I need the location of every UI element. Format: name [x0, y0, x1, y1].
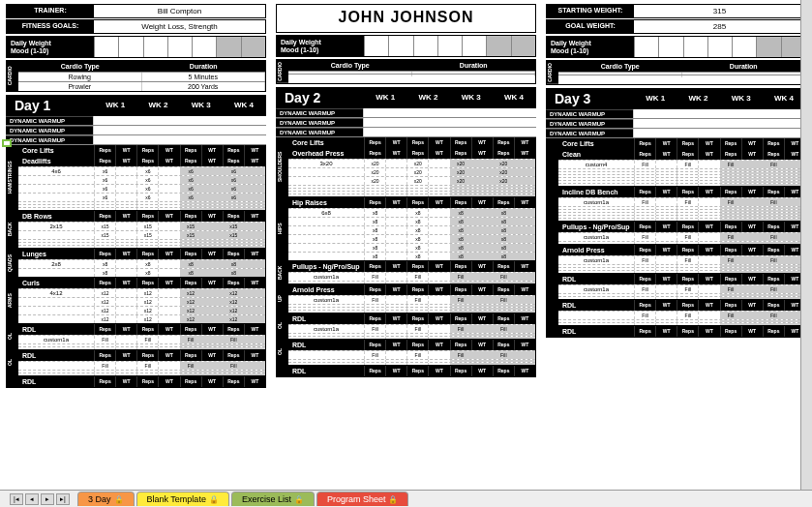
reps-cell[interactable] [763, 172, 784, 174]
wt-cell[interactable] [158, 202, 179, 204]
reps-cell[interactable]: x6 [223, 194, 244, 201]
wt-cell[interactable] [655, 242, 677, 244]
wt-cell[interactable] [655, 210, 677, 212]
wt-cell[interactable] [514, 209, 535, 217]
wt-cell[interactable] [698, 175, 719, 177]
reps-cell[interactable] [634, 184, 655, 186]
wt-cell[interactable] [158, 176, 179, 184]
cardio-row[interactable] [288, 71, 535, 74]
reps-cell[interactable] [634, 271, 655, 273]
exercise-name[interactable] [18, 371, 94, 373]
reps-cell[interactable]: x8 [406, 226, 428, 234]
reps-cell[interactable] [406, 186, 428, 188]
reps-cell[interactable]: x12 [180, 289, 201, 297]
reps-cell[interactable]: x8 [406, 235, 428, 243]
wt-cell[interactable] [514, 334, 535, 336]
wt-cell[interactable] [698, 207, 719, 209]
reps-cell[interactable] [94, 373, 115, 375]
cardio-row[interactable] [558, 72, 805, 75]
wt-cell[interactable] [655, 198, 677, 206]
reps-cell[interactable] [450, 189, 471, 191]
reps-cell[interactable]: x12 [223, 289, 244, 297]
reps-cell[interactable] [94, 240, 115, 242]
wt-cell[interactable] [115, 246, 136, 248]
wt-cell[interactable] [385, 363, 406, 365]
exercise-name[interactable] [558, 323, 634, 325]
reps-cell[interactable] [493, 308, 514, 310]
reps-cell[interactable]: Fill [364, 325, 385, 333]
wt-cell[interactable] [741, 242, 763, 244]
reps-cell[interactable] [450, 337, 471, 339]
wt-cell[interactable] [385, 296, 406, 304]
wt-cell[interactable] [158, 371, 179, 373]
exercise-name[interactable]: custom4 [558, 161, 634, 168]
wt-cell[interactable] [385, 337, 406, 339]
reps-cell[interactable]: x12 [180, 298, 201, 306]
reps-cell[interactable]: Fill [364, 273, 385, 281]
wt-cell[interactable] [385, 192, 406, 194]
reps-cell[interactable] [677, 169, 698, 171]
exercise-name[interactable]: 2x8 [18, 260, 94, 268]
reps-cell[interactable] [136, 208, 158, 210]
reps-cell[interactable]: x8 [450, 235, 471, 243]
wt-cell[interactable] [428, 363, 449, 365]
wt-cell[interactable] [471, 160, 493, 167]
wt-cell[interactable] [471, 351, 493, 359]
reps-cell[interactable]: Fill [406, 351, 428, 359]
exercise-name[interactable] [18, 315, 94, 323]
reps-cell[interactable]: x8 [94, 260, 115, 268]
wt-cell[interactable] [514, 282, 535, 283]
exercise-name[interactable] [288, 360, 364, 362]
reps-cell[interactable] [634, 216, 655, 218]
wt-cell[interactable] [115, 315, 136, 323]
wt-cell[interactable] [655, 233, 677, 241]
wt-cell[interactable] [244, 246, 265, 248]
reps-cell[interactable]: x8 [364, 226, 385, 234]
reps-cell[interactable]: x8 [493, 218, 514, 225]
reps-cell[interactable] [763, 181, 784, 183]
reps-cell[interactable]: Fill [763, 256, 784, 264]
exercise-name[interactable] [558, 175, 634, 177]
wt-cell[interactable] [741, 219, 763, 221]
reps-cell[interactable] [223, 371, 244, 373]
wt-cell[interactable] [655, 175, 677, 177]
reps-cell[interactable] [493, 305, 514, 307]
reps-cell[interactable] [763, 271, 784, 273]
exercise-name[interactable] [558, 210, 634, 212]
reps-cell[interactable] [223, 205, 244, 207]
reps-cell[interactable]: Fill [493, 296, 514, 304]
exercise-name[interactable] [18, 243, 94, 245]
reps-cell[interactable]: x15 [180, 223, 201, 230]
reps-cell[interactable]: Fill [634, 256, 655, 264]
reps-cell[interactable] [136, 243, 158, 245]
reps-cell[interactable] [763, 216, 784, 218]
reps-cell[interactable] [94, 347, 115, 349]
reps-cell[interactable] [677, 320, 698, 322]
reps-cell[interactable] [763, 320, 784, 322]
reps-cell[interactable] [634, 294, 655, 296]
warmup-row[interactable]: Dynamic Warmup [276, 108, 536, 118]
reps-cell[interactable]: x8 [364, 253, 385, 260]
reps-cell[interactable]: x20 [493, 168, 514, 176]
reps-cell[interactable] [677, 265, 698, 267]
wt-cell[interactable] [471, 282, 493, 283]
wt-cell[interactable] [201, 315, 223, 323]
reps-cell[interactable] [406, 360, 428, 362]
reps-cell[interactable] [634, 207, 655, 209]
reps-cell[interactable]: x12 [136, 307, 158, 314]
wt-cell[interactable] [655, 172, 677, 174]
reps-cell[interactable]: x8 [450, 218, 471, 225]
wt-cell[interactable] [158, 208, 179, 210]
exercise-name[interactable] [18, 202, 94, 204]
reps-cell[interactable] [720, 216, 741, 218]
tab-blank-template[interactable]: Blank Template🔒 [136, 492, 229, 506]
reps-cell[interactable]: x12 [223, 307, 244, 314]
reps-cell[interactable] [94, 205, 115, 207]
reps-cell[interactable] [364, 363, 385, 365]
wt-cell[interactable] [655, 219, 677, 221]
daily-cell[interactable] [511, 36, 535, 56]
reps-cell[interactable] [180, 246, 201, 248]
reps-cell[interactable]: x8 [493, 209, 514, 217]
exercise-name[interactable] [18, 185, 94, 193]
wt-cell[interactable] [471, 363, 493, 365]
